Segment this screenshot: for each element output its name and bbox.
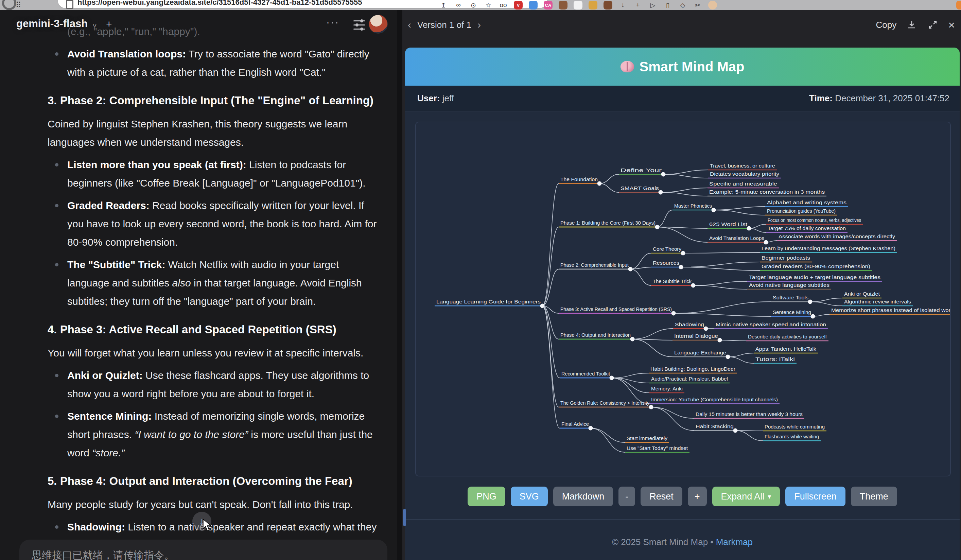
mindmap-node-toggle[interactable] bbox=[649, 405, 654, 409]
trash-tool-icon[interactable]: ▯ bbox=[663, 0, 673, 10]
mindmap-node-toggle[interactable] bbox=[630, 337, 635, 342]
mindmap-node-toggle[interactable] bbox=[808, 300, 813, 304]
close-icon[interactable]: × bbox=[948, 19, 955, 30]
mindmap-node-toggle[interactable] bbox=[598, 181, 602, 186]
mindmap-node-label[interactable]: Example: 5-minute conversation in 3 mont… bbox=[709, 189, 825, 195]
mindmap-node-label[interactable]: The Foundation bbox=[560, 177, 598, 182]
mindmap-node-label[interactable]: Sentence Mining bbox=[773, 309, 811, 315]
mindmap-node-toggle[interactable] bbox=[718, 338, 722, 343]
mindmap-node-label[interactable]: Target language audio + target language … bbox=[749, 274, 881, 280]
download-icon[interactable] bbox=[906, 19, 918, 30]
mindmap-node-label[interactable]: Associate words with images/concepts dir… bbox=[778, 234, 895, 239]
blue-extension-icon[interactable] bbox=[528, 0, 538, 10]
expand-icon[interactable] bbox=[927, 19, 939, 30]
mindmap-canvas[interactable]: Language Learning Guide for BeginnersThe… bbox=[415, 122, 951, 477]
mindmap-node-toggle[interactable] bbox=[681, 251, 685, 255]
mindmap-node-label[interactable]: Alphabet and writing systems bbox=[767, 200, 847, 205]
ca-extension-icon[interactable]: CA bbox=[543, 0, 553, 10]
mindmap-node-label[interactable]: Habit Building: Duolingo, LingoDeer bbox=[651, 366, 735, 372]
mindmap-node-label[interactable]: Define Your bbox=[620, 167, 662, 173]
vimium-extension-icon[interactable]: V bbox=[513, 0, 523, 10]
mindmap-node-toggle[interactable] bbox=[661, 172, 666, 177]
chevron-down-icon[interactable]: ˅ bbox=[92, 22, 97, 30]
mindmap-node-toggle[interactable] bbox=[659, 190, 663, 195]
mindmap-node-label[interactable]: Avoid native language subtitles bbox=[749, 282, 829, 288]
mindmap-node-label[interactable]: Avoid Translation Loops bbox=[709, 235, 764, 241]
mindmap-node-label[interactable]: Immersion: YouTube (Comprehensible Input… bbox=[651, 397, 778, 402]
edge-extension-icon[interactable] bbox=[956, 1, 961, 10]
mindmap-node-label[interactable]: SMART Goals bbox=[620, 185, 659, 191]
bookmark-star-icon[interactable]: ☆ bbox=[483, 0, 493, 10]
mindmap-node-label[interactable]: Learn by understanding messages (Stephen… bbox=[762, 246, 895, 251]
mindmap-node-toggle[interactable] bbox=[588, 426, 593, 430]
mindmap-node-label[interactable]: Shadowing bbox=[675, 321, 704, 327]
mindmap-node-label[interactable]: Anki or Quizlet bbox=[844, 291, 880, 297]
mindmap-node-toggle[interactable] bbox=[691, 283, 696, 288]
panel-resize-handle[interactable] bbox=[403, 509, 406, 526]
mindmap-node-label[interactable]: Podcasts while commuting bbox=[765, 424, 825, 430]
svg-button[interactable]: SVG bbox=[511, 486, 548, 506]
mindmap-node-toggle[interactable] bbox=[610, 376, 614, 380]
mindmap-node-toggle[interactable] bbox=[704, 327, 708, 331]
mindmap-node-label[interactable]: Internal Dialogue bbox=[674, 333, 718, 339]
mindmap-node-label[interactable]: Recommended Toolkit bbox=[561, 371, 610, 377]
mindmap-node-label[interactable]: Resources bbox=[653, 260, 679, 266]
mindmap-node-label[interactable]: Final Advice bbox=[561, 421, 589, 427]
expand-all-button[interactable]: Expand All▾ bbox=[712, 486, 780, 506]
mindmap-node-label[interactable]: Language Learning Guide for Beginners bbox=[436, 299, 541, 305]
mindmap-node-label[interactable]: Focus on most common nouns, verbs, adjec… bbox=[768, 217, 861, 223]
monkey-extension-icon[interactable] bbox=[603, 0, 613, 10]
version-next-button[interactable]: › bbox=[477, 19, 481, 30]
mindmap-node-label[interactable]: Master Phonetics bbox=[674, 203, 712, 209]
zoom-in-button[interactable]: + bbox=[688, 486, 707, 506]
notebook-extension-icon[interactable] bbox=[588, 0, 598, 10]
mindmap-node-label[interactable]: Algorithmic review intervals bbox=[844, 299, 911, 305]
theme-button[interactable]: Theme bbox=[851, 486, 897, 506]
mindmap-node-toggle[interactable] bbox=[672, 311, 676, 316]
mindmap-node-label[interactable]: The Golden Rule: Consistency > Intensity bbox=[560, 400, 649, 406]
mindmap-node-toggle[interactable] bbox=[811, 314, 815, 319]
shield-tool-icon[interactable]: ◇ bbox=[678, 0, 688, 10]
controls-icon[interactable] bbox=[354, 20, 365, 30]
scissors-tool-icon[interactable]: ✂ bbox=[693, 0, 703, 10]
mindmap-node-label[interactable]: Daily 15 minutes is better than weekly 3… bbox=[696, 411, 803, 417]
mindmap-node-label[interactable]: The Subtitle Trick bbox=[653, 278, 691, 284]
mindmap-node-toggle[interactable] bbox=[764, 240, 768, 245]
mindmap-node-label[interactable]: Pronunciation guides (YouTube) bbox=[767, 208, 836, 214]
reload-icon[interactable] bbox=[2, 0, 16, 10]
mindmap-node-toggle[interactable] bbox=[733, 428, 738, 433]
download-tool-icon[interactable]: ↓ bbox=[618, 0, 628, 10]
glasses-extension-icon[interactable]: oo bbox=[498, 0, 508, 10]
pointer-tool-icon[interactable]: ▷ bbox=[648, 0, 658, 10]
share-icon[interactable]: ↥ bbox=[439, 0, 448, 10]
tampermonkey-icon[interactable] bbox=[558, 0, 568, 10]
mindmap-node-label[interactable]: Travel, business, or culture bbox=[710, 163, 775, 168]
new-chat-button[interactable]: + bbox=[106, 18, 112, 30]
tab-grid-icon[interactable]: ⠿ bbox=[16, 1, 21, 10]
mindmap-node-toggle[interactable] bbox=[679, 265, 683, 270]
mindmap-node-toggle[interactable] bbox=[655, 225, 660, 229]
markdown-button[interactable]: Markdown bbox=[553, 486, 613, 506]
mindmap-node-label[interactable]: Describe daily activities to yourself bbox=[748, 334, 827, 339]
panda-extension-icon[interactable] bbox=[573, 0, 583, 10]
reset-button[interactable]: Reset bbox=[641, 486, 682, 506]
copy-button[interactable]: Copy bbox=[876, 20, 897, 30]
mindmap-node-label[interactable]: Apps: Tandem, HelloTalk bbox=[755, 346, 816, 352]
model-selector[interactable]: gemini-3-flash bbox=[16, 18, 88, 30]
mindmap-node-label[interactable]: Target 75% of daily conversation bbox=[768, 226, 846, 231]
mindmap-node-label[interactable]: Mimic native speaker speed and intonatio… bbox=[716, 322, 826, 327]
mindmap-node-label[interactable]: Flashcards while waiting bbox=[765, 434, 819, 440]
message-input[interactable]: 思维接口已就绪，请传输指令。 bbox=[19, 540, 387, 560]
markmap-link[interactable]: Markmap bbox=[716, 537, 753, 547]
overflow-menu-icon[interactable]: ··· bbox=[326, 16, 339, 28]
mindmap-node-label[interactable]: Phase 1: Building the Core (First 30 Day… bbox=[560, 220, 656, 226]
mindmap-node-label[interactable]: Language Exchange bbox=[674, 350, 726, 355]
pin-tool-icon[interactable]: + bbox=[633, 0, 643, 10]
fullscreen-button[interactable]: Fullscreen bbox=[785, 486, 845, 506]
mindmap-node-label[interactable]: Use "Start Today" mindset bbox=[627, 446, 688, 451]
profile-avatar-icon[interactable] bbox=[707, 0, 718, 10]
mindmap-node-toggle[interactable] bbox=[747, 226, 751, 231]
toolbar-button[interactable]: - bbox=[619, 486, 635, 506]
mindmap-node-label[interactable]: Specific and measurable bbox=[709, 181, 777, 186]
mindmap-node-toggle[interactable] bbox=[540, 304, 545, 308]
